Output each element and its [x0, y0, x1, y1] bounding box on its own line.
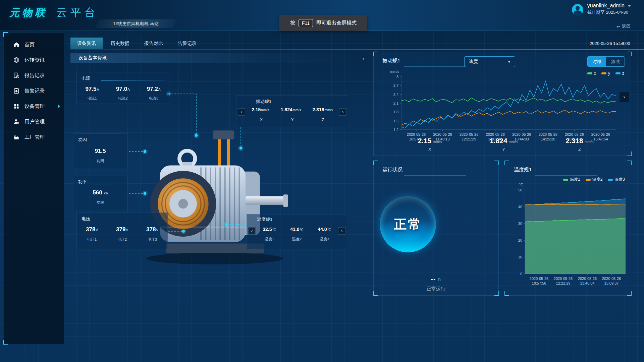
temperature-chart-panel: 温度规1 温度1 温度2 温度3 ℃504030201002020-05-261…	[505, 161, 631, 296]
temp-value-2: 41.0℃	[290, 227, 303, 232]
back-button[interactable]: ↩ 返回	[616, 23, 631, 29]
card-title-line	[101, 221, 164, 221]
status-indicator[interactable]: 正常	[380, 196, 436, 252]
measure-type-dropdown[interactable]: 速度 ▼	[464, 56, 515, 67]
user-icon	[13, 118, 20, 125]
temperature-legend: 温度1 温度2 温度3	[563, 177, 625, 182]
vib-x-value: 2.15mm/s	[252, 107, 269, 112]
current-value-3: 97.2A	[147, 86, 161, 93]
sidebar-item-device-management[interactable]: 设备管理	[4, 99, 64, 114]
svg-text:2020-05-26: 2020-05-26	[602, 277, 621, 281]
tab-report-compare[interactable]: 报告对比	[138, 38, 170, 49]
svg-text:2020-05-26: 2020-05-26	[539, 132, 557, 136]
running-status-panel: 运行状况 正常 -- h 正常运行	[373, 161, 499, 296]
license-expiry: 截止期至 2025-04-30	[587, 9, 631, 15]
voltage-value-1: 378V	[86, 226, 98, 233]
tip-prefix: 按	[290, 20, 295, 26]
svg-text:13:46:04: 13:46:04	[580, 281, 595, 285]
breadcrumb: 1#线主供风机电机-马达	[95, 19, 177, 28]
user-menu[interactable]: yuanlink_admin	[587, 3, 631, 9]
temperature-card: 温度规1 ‹ › 32.5℃ 41.0℃ 44.0℃ 温度1 温度2 温度3	[247, 214, 347, 249]
domain-toggle: 时域 频域	[587, 56, 625, 67]
devices-icon	[13, 103, 20, 110]
corner-bracket	[494, 291, 499, 296]
corner-bracket	[3, 340, 8, 345]
breadcrumb-label: 1#线主供风机电机-马达	[113, 21, 159, 27]
next-temperature-button[interactable]: ›	[338, 227, 345, 235]
chevron-down-icon	[627, 5, 631, 7]
toggle-frequency-domain[interactable]: 频域	[606, 57, 625, 66]
factory-icon	[13, 134, 20, 140]
expand-panel-button[interactable]: ›	[363, 55, 364, 61]
current-value-1: 97.5A	[85, 86, 99, 93]
tab-history-data[interactable]: 历史数据	[104, 38, 136, 49]
legend-temp2[interactable]: 温度2	[586, 177, 603, 182]
current-datetime: 2020-05-26 15:59:00	[590, 41, 640, 46]
tab-device-info[interactable]: 设备资讯	[70, 38, 103, 49]
vibration-card: 振动规1 ‹ › 2.15mm/s 1.824mm/s 2.318mm/s X …	[236, 95, 348, 127]
voltage-label: 电压1	[87, 237, 97, 242]
current-value-2: 97.0A	[116, 86, 130, 93]
svg-text:mm/s: mm/s	[390, 69, 399, 73]
legend-temp3-color	[608, 179, 613, 181]
sidebar-item-alarm-records[interactable]: 告警记录	[4, 83, 64, 99]
sidebar-item-operation-info[interactable]: 运转资讯	[4, 52, 64, 68]
sidebar-item-label: 告警记录	[24, 88, 45, 94]
svg-text:1.8: 1.8	[393, 110, 398, 114]
svg-text:2.4: 2.4	[393, 93, 398, 97]
legend-temp1[interactable]: 温度1	[563, 177, 580, 182]
svg-text:15:09:37: 15:09:37	[604, 281, 619, 285]
chart-next-button[interactable]: ›	[620, 92, 629, 102]
sidebar-item-report-records[interactable]: 报告记录	[4, 68, 64, 83]
legend-temp2-color	[586, 179, 591, 181]
logo-primary: 元物联	[9, 6, 48, 20]
voltage-value-3: 378V	[146, 226, 158, 233]
sidebar-item-label: 工厂管理	[24, 134, 45, 140]
svg-text:℃: ℃	[519, 183, 523, 187]
prev-temperature-button[interactable]: ‹	[248, 227, 256, 235]
dashboard-root: 元物联 云平台 1#线主供风机电机-马达 yuanlink_admin 截止期至…	[0, 0, 644, 362]
svg-text:2020-05-26: 2020-05-26	[530, 277, 548, 281]
panel-title-line	[404, 66, 466, 67]
sidebar-item-user-management[interactable]: 用户管理	[4, 114, 64, 129]
temp-value-3: 44.0℃	[318, 227, 331, 232]
current-label: 电流2	[118, 96, 127, 101]
vib-y-value: 1.824mm/s	[281, 107, 301, 112]
corner-bracket	[627, 52, 632, 56]
svg-text:3: 3	[396, 75, 398, 79]
svg-text:2.7: 2.7	[393, 83, 398, 87]
sidebar-item-label: 首页	[24, 42, 35, 48]
next-vibration-button[interactable]: ›	[339, 108, 346, 116]
temp-label: 温度2	[292, 237, 302, 242]
svg-text:2020-05-26: 2020-05-26	[512, 132, 531, 136]
toggle-time-domain[interactable]: 时域	[588, 57, 606, 66]
sidebar-item-factory-management[interactable]: 工厂管理	[4, 129, 64, 145]
svg-text:2020-05-26: 2020-05-26	[565, 132, 584, 136]
card-title-line	[92, 142, 124, 142]
corner-bracket	[504, 161, 509, 165]
tab-alarm-records[interactable]: 告警记录	[171, 38, 203, 49]
svg-text:2020-05-26: 2020-05-26	[554, 277, 573, 281]
logo-secondary: 云平台	[56, 5, 99, 20]
tip-suffix: 即可退出全屏模式	[316, 20, 357, 26]
svg-text:30: 30	[518, 222, 522, 226]
sidebar-item-label: 运转资讯	[24, 57, 45, 63]
svg-text:2020-05-26: 2020-05-26	[578, 277, 597, 281]
panel-title: 温度规1	[514, 167, 532, 173]
prev-vibration-button[interactable]: ‹	[238, 108, 245, 116]
svg-text:20: 20	[518, 238, 522, 242]
voltage-label: 电压3	[148, 237, 157, 242]
panel-title: 运行状况	[382, 167, 402, 173]
power-factor-value: 91.5	[73, 148, 127, 155]
panel-title-line	[404, 175, 466, 176]
corner-bracket	[627, 161, 632, 165]
back-label: 返回	[622, 23, 631, 29]
sidebar-item-label: 设备管理	[24, 103, 45, 110]
svg-text:0: 0	[520, 272, 522, 276]
sidebar-item-home[interactable]: 首页	[4, 37, 64, 52]
legend-temp3[interactable]: 温度3	[608, 177, 625, 182]
power-card: 功率 560 kw 功率	[73, 176, 127, 210]
svg-text:2020-05-26: 2020-05-26	[486, 132, 505, 136]
vib-axis-label: X	[260, 118, 262, 122]
user-block[interactable]: yuanlink_admin 截止期至 2025-04-30	[572, 3, 631, 15]
